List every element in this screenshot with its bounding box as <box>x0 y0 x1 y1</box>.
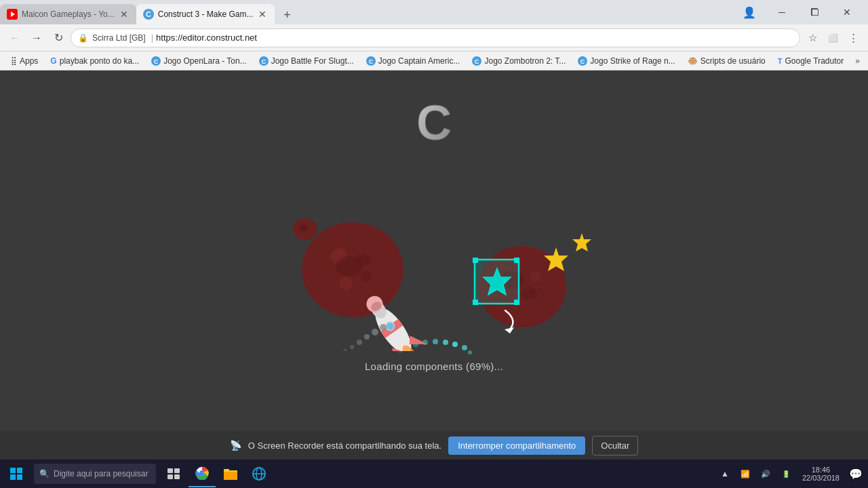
bookmark-captain-label: Jogo Captain Americ... <box>378 56 460 66</box>
hide-share-button[interactable]: Ocultar <box>592 436 638 455</box>
screen-share-icon: 📡 <box>230 440 241 451</box>
bookmark-zombotron[interactable]: C Jogo Zombotron 2: T... <box>467 55 571 67</box>
construct-icon-4: C <box>472 56 481 66</box>
svg-point-36 <box>364 334 370 340</box>
tab-construct-close[interactable]: ✕ <box>257 9 268 20</box>
fileexplorer-icon <box>224 468 237 480</box>
svg-point-43 <box>530 271 541 282</box>
page-content: C <box>0 70 868 460</box>
clock[interactable]: 18:46 22/03/2018 <box>797 466 845 482</box>
bookmark-playbak[interactable]: G playbak ponto do ka... <box>45 55 144 67</box>
construct-icon-2: C <box>259 56 269 66</box>
tab-youtube[interactable]: Maicon Gameplays - Yo... ✕ <box>0 4 136 24</box>
svg-rect-70 <box>174 474 180 479</box>
svg-text:C: C <box>261 58 266 65</box>
svg-text:C: C <box>580 58 585 65</box>
svg-text:C: C <box>475 58 479 65</box>
svg-point-37 <box>357 340 362 345</box>
bookmark-scripts-label: Scripts de usuário <box>701 56 766 66</box>
bookmark-apps[interactable]: ⣿ Apps <box>5 55 43 67</box>
google-g-icon: G <box>50 56 56 66</box>
volume-icon[interactable]: 🔊 <box>756 460 775 487</box>
bookmark-translate-label: Google Tradutor <box>785 56 844 66</box>
bookmark-apps-label: Apps <box>20 56 38 66</box>
svg-rect-66 <box>17 474 22 480</box>
bookmark-battle[interactable]: C Jogo Battle For Slugt... <box>254 55 359 67</box>
svg-text:C: C <box>154 58 159 65</box>
tab-bar: Maicon Gameplays - Yo... ✕ C Construct 3… <box>0 0 868 24</box>
address-bar[interactable]: 🔒 Scirra Ltd [GB] | https://editor.const… <box>71 28 800 47</box>
svg-rect-67 <box>167 468 173 473</box>
taskbar: 🔍 Digite aqui para pesquisar <box>0 460 868 488</box>
back-button[interactable]: ← <box>5 28 24 47</box>
taskbar-chrome[interactable] <box>189 460 216 487</box>
taskbar-system-tray: ▲ 📶 🔊 🔋 18:46 22/03/2018 💬 <box>715 460 865 487</box>
task-view-button[interactable] <box>160 460 187 487</box>
construct-icon-1: C <box>151 56 161 66</box>
ie-icon <box>252 467 266 481</box>
taskbar-fileexplorer[interactable] <box>217 460 244 487</box>
windows-logo <box>9 467 23 481</box>
minimize-button[interactable]: ─ <box>766 0 797 24</box>
security-label: Scirra Ltd [GB] <box>92 33 146 43</box>
construct-favicon: C <box>143 9 154 20</box>
bookmark-zombotron-label: Jogo Zombotron 2: T... <box>484 56 566 66</box>
scripts-icon: 🐵 <box>688 56 698 66</box>
svg-rect-75 <box>224 469 229 472</box>
svg-rect-65 <box>10 474 16 480</box>
interrupt-share-button[interactable]: Interromper compartilhamento <box>448 436 585 455</box>
search-icon: 🔍 <box>39 469 50 479</box>
bookmark-translate[interactable]: T Google Tradutor <box>772 55 849 67</box>
svg-point-42 <box>521 287 537 300</box>
svg-rect-68 <box>174 468 180 473</box>
svg-point-38 <box>350 345 354 349</box>
construct-icon-5: C <box>578 56 587 66</box>
youtube-favicon <box>7 9 18 20</box>
svg-marker-53 <box>572 233 591 251</box>
network-icon[interactable]: 📶 <box>736 460 755 487</box>
game-scene <box>264 161 604 351</box>
refresh-button[interactable]: ↻ <box>49 28 68 47</box>
browser-frame: Maicon Gameplays - Yo... ✕ C Construct 3… <box>0 0 868 488</box>
tab-construct-title: Construct 3 - Make Gam... <box>158 9 254 19</box>
start-button[interactable] <box>3 460 30 487</box>
bookmark-openlara[interactable]: C Jogo OpenLara - Ton... <box>146 55 252 67</box>
bookmarks-more-button[interactable]: » <box>852 55 863 67</box>
svg-point-18 <box>339 277 353 290</box>
toolbar-actions: ☆ ⬜ ⋮ <box>803 28 863 47</box>
toolbar: ← → ↻ 🔒 Scirra Ltd [GB] | https://editor… <box>0 24 868 52</box>
task-view-icon <box>167 468 180 479</box>
svg-point-22 <box>299 224 309 231</box>
chrome-icon <box>195 466 209 480</box>
svg-point-34 <box>380 324 387 331</box>
bookmark-battle-label: Jogo Battle For Slugt... <box>271 56 354 66</box>
secure-icon: 🔒 <box>78 33 88 43</box>
battery-icon[interactable]: 🔋 <box>776 460 795 487</box>
screen-cast-button[interactable]: ⬜ <box>823 28 842 47</box>
tab-construct[interactable]: C Construct 3 - Make Gam... ✕ <box>136 4 275 24</box>
url-text: https://editor.construct.net <box>156 33 793 43</box>
bookmark-playbak-label: playbak ponto do ka... <box>60 56 139 66</box>
translate-icon: T <box>778 57 783 65</box>
show-hidden-icons[interactable]: ▲ <box>715 460 734 487</box>
loading-text-label: Loading components (69%)... <box>365 361 503 372</box>
taskbar-ie[interactable] <box>245 460 273 487</box>
close-button[interactable]: ✕ <box>831 0 863 24</box>
new-tab-button[interactable]: + <box>277 5 296 24</box>
profile-button[interactable]: 👤 <box>734 0 765 24</box>
svg-rect-47 <box>514 258 519 263</box>
notifications-button[interactable]: 💬 <box>846 460 865 487</box>
taskbar-search[interactable]: 🔍 Digite aqui para pesquisar <box>34 464 156 484</box>
restore-button[interactable]: ⧠ <box>799 0 830 24</box>
bookmark-strike[interactable]: C Jogo Strike of Rage n... <box>572 55 680 67</box>
bookmark-star-button[interactable]: ☆ <box>803 28 822 47</box>
bookmark-captain[interactable]: C Jogo Captain Americ... <box>361 55 466 67</box>
svg-text:C: C <box>146 10 151 18</box>
tab-youtube-close[interactable]: ✕ <box>119 9 130 20</box>
construct-icon-3: C <box>366 56 376 66</box>
svg-rect-49 <box>514 300 519 305</box>
more-button[interactable]: ⋮ <box>844 28 863 47</box>
svg-rect-64 <box>17 468 22 473</box>
forward-button[interactable]: → <box>27 28 46 47</box>
bookmark-scripts[interactable]: 🐵 Scripts de usuário <box>682 55 771 67</box>
